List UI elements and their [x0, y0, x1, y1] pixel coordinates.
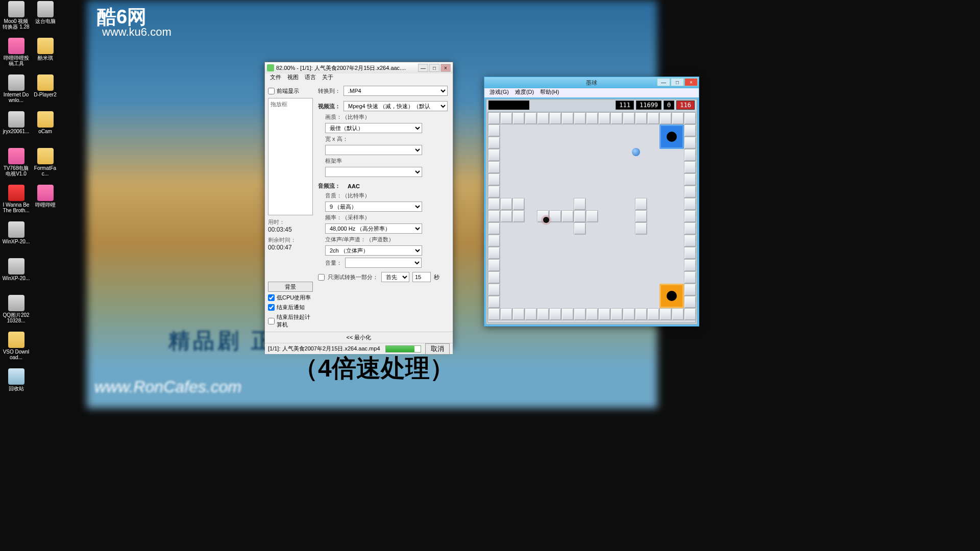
menu-item[interactable]: 帮助(H) [540, 88, 559, 97]
menu-item[interactable]: 文件 [270, 73, 281, 83]
board-tile[interactable] [574, 210, 586, 222]
menu-item[interactable]: 语言 [305, 73, 316, 83]
board-tile[interactable] [623, 112, 635, 124]
board-tile[interactable] [549, 210, 561, 222]
desktop-icon[interactable]: jryx20061... [2, 111, 30, 146]
partial-mode-select[interactable]: 首先 [381, 272, 409, 282]
board-tile[interactable] [684, 112, 696, 124]
board-tile[interactable] [549, 112, 561, 124]
desktop-icon[interactable]: TV768电脑电视V1.0 [2, 148, 30, 183]
board-tile[interactable] [659, 308, 672, 320]
board-tile[interactable] [586, 210, 598, 222]
board-tile[interactable] [525, 308, 537, 320]
board-tile[interactable] [512, 308, 525, 320]
board-tile[interactable] [684, 210, 696, 222]
menu-item[interactable]: 视图 [287, 73, 299, 83]
desktop-icon[interactable]: 酷米琪 [31, 38, 59, 72]
board-tile[interactable] [488, 296, 500, 308]
convert-to-select[interactable]: .MP4 [344, 86, 448, 96]
board-tile[interactable] [647, 308, 659, 320]
desktop-icon[interactable]: WinXP-20... [2, 221, 30, 256]
board-tile[interactable] [488, 186, 500, 198]
partial-secs-input[interactable] [412, 272, 431, 282]
desktop-icon[interactable]: WinXP-20... [2, 258, 30, 293]
board-tile[interactable] [659, 112, 672, 124]
video-stream-select[interactable]: Mpeg4 快速 （减，快速）（默认 [344, 101, 448, 111]
board-tile[interactable] [684, 173, 696, 186]
game-board[interactable] [487, 112, 696, 323]
game-minimize-button[interactable]: — [657, 78, 670, 86]
board-tile[interactable] [561, 210, 574, 222]
game-close-button[interactable]: × [684, 78, 698, 86]
titlebar[interactable]: 82.00% - [1/1]: 人气美食2007年2月15日.x264.aac.… [265, 62, 453, 73]
drop-area[interactable]: 拖放框 [268, 98, 313, 215]
framerate-select[interactable] [325, 167, 422, 177]
board-tile[interactable] [574, 222, 586, 235]
cancel-button[interactable]: 取消 [425, 343, 450, 355]
quality-select[interactable]: 最佳（默认） [325, 123, 422, 133]
board-tile[interactable] [488, 137, 500, 149]
board-tile[interactable] [537, 308, 549, 320]
desktop-icon[interactable]: FormatFac... [31, 148, 59, 183]
board-tile[interactable] [561, 112, 574, 124]
board-tile[interactable] [684, 198, 696, 210]
finish-notify-checkbox[interactable] [268, 304, 275, 311]
board-tile[interactable] [586, 112, 598, 124]
shutdown-checkbox[interactable] [268, 318, 275, 324]
board-tile[interactable] [488, 198, 500, 210]
video-converter-window[interactable]: 82.00% - [1/1]: 人气美食2007年2月15日.x264.aac.… [264, 62, 453, 347]
board-tile[interactable] [488, 284, 500, 296]
board-tile[interactable] [537, 112, 549, 124]
desktop-icon[interactable]: VSO Download... [2, 332, 30, 366]
board-tile[interactable] [574, 308, 586, 320]
front-display-checkbox[interactable] [268, 88, 275, 94]
desktop-icon[interactable]: Moo0 视频转换器 1.28 [2, 1, 30, 36]
board-tile[interactable] [635, 210, 647, 222]
channel-select[interactable]: 2ch （立体声） [325, 245, 422, 256]
board-tile[interactable] [488, 247, 500, 259]
game-titlebar[interactable]: 墨球 — □ × [484, 77, 699, 88]
desktop-icon[interactable]: QQ图片20210328... [2, 295, 30, 330]
board-tile[interactable] [684, 271, 696, 284]
board-tile[interactable] [684, 222, 696, 235]
board-tile[interactable] [684, 308, 696, 320]
board-tile[interactable] [488, 259, 500, 271]
board-tile[interactable] [672, 308, 684, 320]
partial-checkbox[interactable] [318, 274, 325, 281]
menu-item[interactable]: 关于 [322, 73, 333, 83]
board-tile[interactable] [635, 222, 647, 235]
volume-select[interactable] [345, 258, 422, 268]
board-tile[interactable] [512, 210, 525, 222]
menu-item[interactable]: 游戏(G) [489, 88, 509, 97]
desktop-icon[interactable]: D-Player2 [31, 74, 59, 109]
board-tile[interactable] [574, 198, 586, 210]
desktop-icon[interactable]: 回收站 [2, 368, 30, 403]
board-tile[interactable] [635, 112, 647, 124]
close-button[interactable]: × [440, 64, 451, 72]
board-tile[interactable] [500, 210, 512, 222]
minimize-bar[interactable]: << 最小化 [265, 332, 453, 343]
minimize-button[interactable]: — [418, 64, 428, 72]
maximize-button[interactable]: □ [429, 64, 439, 72]
board-tile[interactable] [623, 308, 635, 320]
board-tile[interactable] [684, 247, 696, 259]
desktop-icon[interactable]: 这台电脑 [31, 1, 59, 36]
board-tile[interactable] [635, 198, 647, 210]
board-tile[interactable] [525, 112, 537, 124]
board-tile[interactable] [549, 308, 561, 320]
desktop-icon[interactable]: oCam [31, 111, 59, 146]
board-tile[interactable] [672, 112, 684, 124]
board-tile[interactable] [635, 308, 647, 320]
board-tile[interactable] [684, 161, 696, 173]
lowcpu-checkbox[interactable] [268, 294, 275, 301]
board-tile[interactable] [500, 112, 512, 124]
desktop-icon[interactable]: Internet Downlo... [2, 74, 30, 109]
board-tile[interactable] [574, 112, 586, 124]
board-tile[interactable] [512, 112, 525, 124]
board-tile[interactable] [488, 149, 500, 161]
board-tile[interactable] [488, 124, 500, 137]
board-tile[interactable] [610, 308, 623, 320]
board-tile[interactable] [488, 112, 500, 124]
game-window[interactable]: 墨球 — □ × 游戏(G)难度(D)帮助(H) 111 11699 0 116 [484, 77, 699, 327]
board-tile[interactable] [684, 259, 696, 271]
